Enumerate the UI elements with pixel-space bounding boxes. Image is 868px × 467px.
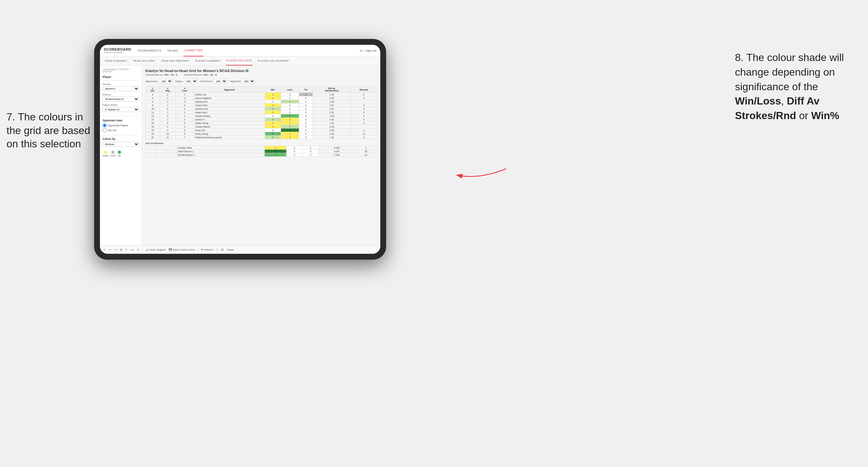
table-row: 1311Jessica Huang010-3.002 bbox=[146, 114, 377, 118]
sidebar-opponent-view-title: Opponent view bbox=[102, 119, 139, 122]
tablet-screen: SCOREBOARD Powered by clippd TOURNAMENTS… bbox=[100, 45, 380, 254]
logo: SCOREBOARD Powered by clippd bbox=[104, 48, 131, 54]
sidebar-division-label: Division bbox=[102, 93, 139, 96]
sub-nav: TEAM SUMMARY TEAM H2H GRID TEAM H2H HEAT… bbox=[100, 57, 380, 66]
table-row: 613Sydney Kuo010-1.00 bbox=[146, 100, 377, 103]
table-row: 914Sharon Mun1003.673 bbox=[146, 103, 377, 107]
conference-filter-select[interactable]: (All) bbox=[214, 79, 227, 84]
toolbar-save-custom[interactable]: 💾 Save Custom View bbox=[168, 248, 196, 251]
col-reg: #Reg bbox=[160, 87, 176, 93]
table-row: NCAA Division 25007.40010 bbox=[146, 153, 377, 157]
nav-bar: SCOREBOARD Powered by clippd TOURNAMENTS… bbox=[100, 45, 380, 57]
colour-legend: Down Level Up bbox=[102, 151, 139, 157]
filter-opponents: Opponents: (All) bbox=[145, 79, 173, 84]
toolbar-view-original[interactable]: 📊 View: Original bbox=[145, 248, 166, 251]
sidebar-player-rank-label: Player (Rank) bbox=[102, 103, 139, 106]
sidebar-colour-by-select[interactable]: Win/loss bbox=[102, 142, 139, 147]
toolbar-separator2 bbox=[197, 248, 198, 252]
annotation-right: 8. The colour shade will change dependin… bbox=[735, 50, 858, 123]
toolbar-grid[interactable]: ⊞ bbox=[119, 248, 123, 251]
sidebar-gender-select[interactable]: Women's bbox=[102, 86, 139, 91]
table-row: 522Alexis Sudjianto1004.003 bbox=[146, 96, 377, 100]
toolbar-circle[interactable]: ⊙ bbox=[136, 248, 140, 251]
content-area: Katelyn Vo Head-to-Head Grid for Women's… bbox=[142, 66, 380, 245]
arrow-right bbox=[376, 143, 571, 208]
toolbar-grid2[interactable]: ⊞ bbox=[220, 248, 224, 251]
grid-title: Katelyn Vo Head-to-Head Grid for Women's… bbox=[145, 69, 377, 73]
table-row: 1585Stella Cheng1101.254 bbox=[146, 121, 377, 125]
table-row: NAIA Division 115009.26730 bbox=[146, 150, 377, 153]
radio-top100[interactable]: Top 100 bbox=[102, 128, 139, 132]
main-content: Last Updated: 27/03/2024 16:55:38 Player… bbox=[100, 66, 380, 245]
col-div: #Div bbox=[146, 87, 160, 93]
nav-committee[interactable]: COMMITTEE bbox=[183, 45, 204, 57]
sidebar: Last Updated: 27/03/2024 16:55:38 Player… bbox=[100, 66, 142, 245]
bottom-toolbar: ↩ ↩ ↪ ⊞ ✂ ••• ⊙ 📊 View: Original 💾 Save … bbox=[100, 245, 380, 254]
table-row: 19106Emily Chang4100.3011 bbox=[146, 132, 377, 136]
out-of-division-table: Foreign Team1004.5002NAIA Division 11500… bbox=[145, 146, 377, 157]
nav-teams[interactable]: TEAMS bbox=[166, 45, 179, 57]
toolbar-box[interactable]: □ bbox=[215, 248, 219, 251]
col-opponent: Opponent bbox=[194, 87, 265, 93]
col-tie: Tie bbox=[299, 87, 312, 93]
out-of-division-label: Out of division bbox=[145, 142, 377, 145]
filter-conference: Conference (All) bbox=[200, 79, 227, 84]
sidebar-player-title: Player bbox=[102, 75, 139, 79]
toolbar-dot[interactable]: ••• bbox=[130, 248, 135, 251]
nav-right: ▸ | Sign out bbox=[361, 49, 376, 52]
h2h-grid-table: #Div #Reg #Conf Opponent Win Loss Tie Di… bbox=[145, 86, 377, 139]
sidebar-radio-group: Opponents Played Top 100 bbox=[102, 123, 139, 132]
filter-opponent: Opponent (All) bbox=[230, 79, 255, 84]
toolbar-watch[interactable]: 👁 Watch ▾ bbox=[200, 248, 215, 251]
table-row: 1611Jessica Mason120-0.94 bbox=[146, 125, 377, 128]
toolbar-cut[interactable]: ✂ bbox=[125, 248, 129, 251]
col-diff: Diff AvStrokes/Rnd bbox=[312, 87, 351, 93]
toolbar-undo2[interactable]: ↩ bbox=[108, 248, 112, 251]
legend-level: Level bbox=[110, 151, 116, 157]
col-loss: Loss bbox=[281, 87, 299, 93]
col-conf: #Conf bbox=[176, 87, 194, 93]
sidebar-player-rank-select[interactable]: 8. Katelyn Vo bbox=[102, 107, 139, 112]
nav-tournaments[interactable]: TOURNAMENTS bbox=[136, 45, 162, 57]
legend-dot-up bbox=[118, 151, 121, 154]
table-row: 1474Eunice Yi2200.389 bbox=[146, 118, 377, 121]
opponents-filter-select[interactable]: (All) bbox=[159, 79, 173, 84]
table-row: 20117Federica Domecq Lacroze2101.336 bbox=[146, 136, 377, 139]
opponent-filter-select[interactable]: (All) bbox=[241, 79, 255, 84]
nav-links: TOURNAMENTS TEAMS COMMITTEE bbox=[136, 45, 204, 57]
sub-team-h2h-heatmap[interactable]: TEAM H2H HEATMAP bbox=[160, 57, 190, 66]
sub-player-summary[interactable]: PLAYER SUMMARY bbox=[194, 57, 222, 66]
sidebar-timestamp: Last Updated: 27/03/2024 16:55:38 bbox=[102, 68, 139, 73]
toolbar-separator bbox=[142, 248, 143, 252]
toolbar-share[interactable]: Share bbox=[226, 248, 235, 251]
legend-dot-level bbox=[111, 151, 115, 154]
tablet-frame: SCOREBOARD Powered by clippd TOURNAMENTS… bbox=[94, 39, 386, 260]
filters-row: Opponents: (All) Region (All) Conference bbox=[145, 79, 377, 84]
table-row: 1111Heejo Hyun1003.333 bbox=[146, 111, 377, 114]
sign-out-link[interactable]: Sign out bbox=[366, 49, 376, 52]
table-row: 1063Andrea York2004.004 bbox=[146, 107, 377, 111]
legend-dot-down bbox=[104, 151, 107, 154]
sidebar-colour-by-title: Colour by bbox=[102, 137, 139, 141]
toolbar-redo[interactable]: ↪ bbox=[114, 248, 118, 251]
sub-team-summary[interactable]: TEAM SUMMARY bbox=[104, 57, 128, 66]
table-row: 1822Euna Lee010-5.002 bbox=[146, 128, 377, 132]
grid-subtitle: Overall Record: 353 - 34 - 6 Division Re… bbox=[145, 73, 377, 76]
region-filter-select[interactable]: (All) bbox=[184, 79, 197, 84]
sidebar-gender-label: Gender bbox=[102, 83, 139, 86]
sub-team-h2h-grid[interactable]: TEAM H2H GRID bbox=[132, 57, 156, 66]
col-win: Win bbox=[265, 87, 281, 93]
sub-player-h2h-heatmap[interactable]: PLAYER H2H HEATMAP bbox=[257, 57, 290, 66]
sub-player-h2h-grid[interactable]: PLAYER H2H GRID bbox=[226, 57, 252, 66]
table-row: Foreign Team1004.5002 bbox=[146, 146, 377, 150]
toolbar-undo[interactable]: ↩ bbox=[102, 248, 107, 251]
col-rounds: Rounds bbox=[351, 87, 377, 93]
filter-region: Region (All) bbox=[175, 79, 197, 84]
legend-up: Up bbox=[118, 151, 121, 157]
table-row: 311Esther Lee1011.504 bbox=[146, 93, 377, 96]
sidebar-division-select[interactable]: NCAA Division III bbox=[102, 97, 139, 101]
annotation-left: 7. The colours in the grid are based on … bbox=[6, 110, 91, 151]
legend-down: Down bbox=[102, 151, 108, 157]
radio-opponents-played[interactable]: Opponents Played bbox=[102, 123, 139, 128]
